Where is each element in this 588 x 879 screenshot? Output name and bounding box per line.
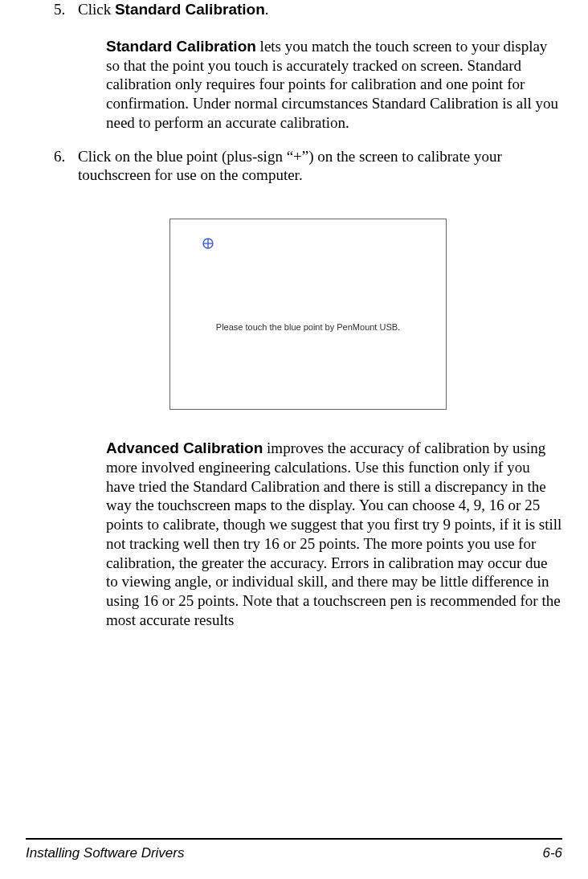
step-6-number: 6. (54, 147, 78, 195)
step-6-text: Click on the blue point (plus-sign “+”) … (78, 147, 562, 186)
step-5-paragraph: Standard Calibration lets you match the … (106, 37, 562, 133)
step-5-line: Click Standard Calibration. (78, 0, 562, 19)
calibration-figure: Please touch the blue point by PenMount … (169, 219, 447, 410)
step-6-body: Click on the blue point (plus-sign “+”) … (78, 147, 562, 195)
standard-calibration-term: Standard Calibration (115, 1, 265, 18)
figure-caption: Please touch the blue point by PenMount … (216, 322, 400, 333)
footer-title: Installing Software Drivers (26, 844, 184, 861)
standard-calibration-bold: Standard Calibration (106, 38, 256, 55)
step-5: 5. Click Standard Calibration. (54, 0, 562, 29)
step-5-number: 5. (54, 0, 78, 29)
advanced-calibration-bold: Advanced Calibration (106, 440, 263, 456)
footer-page-number: 6-6 (542, 844, 562, 861)
advanced-calibration-paragraph: Advanced Calibration improves the accura… (106, 439, 562, 630)
blue-plus-icon (202, 237, 214, 253)
page-footer: Installing Software Drivers 6-6 (26, 838, 562, 861)
step-6: 6. Click on the blue point (plus-sign “+… (54, 147, 562, 195)
step-5-body: Click Standard Calibration. (78, 0, 562, 29)
